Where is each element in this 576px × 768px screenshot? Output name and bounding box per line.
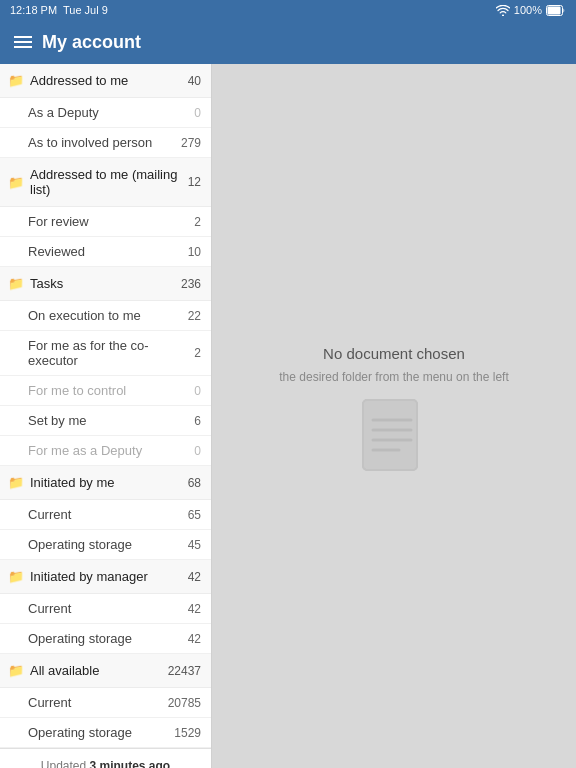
sub-item-label: Set by me [28, 413, 87, 428]
group-count: 42 [188, 570, 201, 584]
group-count: 236 [181, 277, 201, 291]
sub-item-count: 1529 [174, 726, 201, 740]
sub-item-count: 42 [188, 602, 201, 616]
group-label: Addressed to me (mailing list) [30, 167, 188, 197]
sub-item-count: 279 [181, 136, 201, 150]
no-document-state: No document chosen the desired folder fr… [279, 345, 508, 487]
hamburger-menu-button[interactable] [14, 36, 32, 48]
folder-icon: 📁 [8, 73, 24, 88]
sub-item-label: For me as a Deputy [28, 443, 142, 458]
sub-item-count: 45 [188, 538, 201, 552]
document-placeholder-icon [359, 398, 429, 487]
group-label: Initiated by me [30, 475, 115, 490]
sidebar-group-addressed-to-me[interactable]: 📁 Addressed to me 40 [0, 64, 211, 98]
wifi-icon [496, 5, 510, 16]
status-time-date: 12:18 PM Tue Jul 9 [10, 4, 108, 16]
sidebar-item-addressed-to-me-1[interactable]: As to involved person 279 [0, 128, 211, 158]
sidebar-item-initiated-by-manager-0[interactable]: Current 42 [0, 594, 211, 624]
sidebar-nav: 📁 Addressed to me 40 As a Deputy 0 As to… [0, 64, 211, 748]
sidebar-group-all-available[interactable]: 📁 All available 22437 [0, 654, 211, 688]
sidebar-item-tasks-0[interactable]: On execution to me 22 [0, 301, 211, 331]
sub-item-count: 6 [194, 414, 201, 428]
sidebar-group-addressed-to-me-mailing[interactable]: 📁 Addressed to me (mailing list) 12 [0, 158, 211, 207]
sidebar-item-initiated-by-me-0[interactable]: Current 65 [0, 500, 211, 530]
sub-item-label: Current [28, 507, 71, 522]
folder-icon: 📁 [8, 175, 24, 190]
no-doc-title: No document chosen [323, 345, 465, 362]
sub-item-count: 2 [194, 215, 201, 229]
sub-item-label: For review [28, 214, 89, 229]
status-bar: 12:18 PM Tue Jul 9 100% [0, 0, 576, 20]
sub-item-label: For me as for the co-executor [28, 338, 194, 368]
group-count: 68 [188, 476, 201, 490]
sidebar-footer: Updated 3 minutes ago [0, 748, 211, 768]
svg-rect-1 [548, 6, 561, 14]
main-layout: 📁 Addressed to me 40 As a Deputy 0 As to… [0, 64, 576, 768]
group-count: 12 [188, 175, 201, 189]
group-label: Tasks [30, 276, 63, 291]
sub-item-label: Operating storage [28, 725, 132, 740]
sidebar[interactable]: 📁 Addressed to me 40 As a Deputy 0 As to… [0, 64, 212, 768]
sub-item-label: Operating storage [28, 537, 132, 552]
sidebar-item-tasks-1[interactable]: For me as for the co-executor 2 [0, 331, 211, 376]
group-label: Addressed to me [30, 73, 128, 88]
sidebar-item-addressed-to-me-0[interactable]: As a Deputy 0 [0, 98, 211, 128]
battery-text: 100% [514, 4, 542, 16]
sub-item-count: 0 [194, 444, 201, 458]
sub-item-label: As to involved person [28, 135, 152, 150]
right-panel: No document chosen the desired folder fr… [212, 64, 576, 768]
sub-item-label: On execution to me [28, 308, 141, 323]
sub-item-label: Current [28, 695, 71, 710]
sidebar-item-tasks-3[interactable]: Set by me 6 [0, 406, 211, 436]
sidebar-item-initiated-by-manager-1[interactable]: Operating storage 42 [0, 624, 211, 654]
sub-item-count: 0 [194, 384, 201, 398]
sub-item-count: 0 [194, 106, 201, 120]
sidebar-item-all-available-0[interactable]: Current 20785 [0, 688, 211, 718]
sub-item-label: Operating storage [28, 631, 132, 646]
sidebar-group-tasks[interactable]: 📁 Tasks 236 [0, 267, 211, 301]
sidebar-item-addressed-to-me-mailing-0[interactable]: For review 2 [0, 207, 211, 237]
sub-item-count: 22 [188, 309, 201, 323]
sidebar-group-initiated-by-manager[interactable]: 📁 Initiated by manager 42 [0, 560, 211, 594]
group-count: 40 [188, 74, 201, 88]
sidebar-item-initiated-by-me-1[interactable]: Operating storage 45 [0, 530, 211, 560]
folder-icon: 📁 [8, 276, 24, 291]
sub-item-label: Current [28, 601, 71, 616]
group-label: All available [30, 663, 99, 678]
battery-icon [546, 5, 566, 16]
folder-icon: 📁 [8, 663, 24, 678]
sidebar-item-tasks-2[interactable]: For me to control 0 [0, 376, 211, 406]
status-icons: 100% [496, 4, 566, 16]
sub-item-label: For me to control [28, 383, 126, 398]
sidebar-item-addressed-to-me-mailing-1[interactable]: Reviewed 10 [0, 237, 211, 267]
sidebar-group-initiated-by-me[interactable]: 📁 Initiated by me 68 [0, 466, 211, 500]
sidebar-item-all-available-1[interactable]: Operating storage 1529 [0, 718, 211, 748]
app-header: My account [0, 20, 576, 64]
folder-icon: 📁 [8, 475, 24, 490]
sidebar-item-tasks-4[interactable]: For me as a Deputy 0 [0, 436, 211, 466]
group-count: 22437 [168, 664, 201, 678]
sub-item-count: 20785 [168, 696, 201, 710]
svg-rect-2 [363, 400, 417, 470]
sub-item-label: As a Deputy [28, 105, 99, 120]
group-label: Initiated by manager [30, 569, 148, 584]
sub-item-count: 2 [194, 346, 201, 360]
sub-item-count: 65 [188, 508, 201, 522]
no-doc-subtitle: the desired folder from the menu on the … [279, 370, 508, 384]
sub-item-count: 10 [188, 245, 201, 259]
header-title: My account [42, 32, 141, 53]
sub-item-label: Reviewed [28, 244, 85, 259]
folder-icon: 📁 [8, 569, 24, 584]
sub-item-count: 42 [188, 632, 201, 646]
